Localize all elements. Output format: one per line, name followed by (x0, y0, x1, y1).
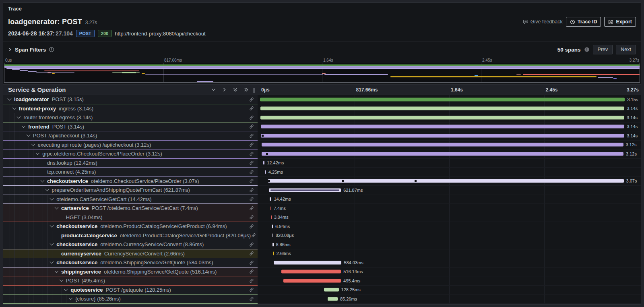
span-bar[interactable] (283, 279, 341, 282)
span-timeline-cell[interactable]: 4.25ms (258, 168, 641, 177)
span-link-icon[interactable] (249, 224, 254, 229)
span-timeline-cell[interactable]: 12.42ms (258, 159, 641, 168)
span-timeline-cell[interactable]: 3.07s (258, 177, 641, 186)
prev-button[interactable]: Prev (593, 45, 613, 54)
span-name-cell[interactable]: frontendPOST (3.14s) (3, 122, 258, 132)
span-link-icon[interactable] (249, 133, 254, 139)
span-bar[interactable] (281, 270, 341, 274)
span-bar[interactable] (260, 97, 625, 101)
span-timeline-cell[interactable]: 621.87ms (258, 186, 641, 195)
span-bar[interactable] (270, 206, 271, 210)
span-timeline-cell[interactable]: 3.15s (258, 95, 641, 104)
span-name-cell[interactable]: tcp.connect (4.25ms) (3, 168, 258, 177)
span-bar[interactable] (263, 161, 265, 165)
expand-all-icon[interactable] (244, 87, 249, 92)
span-bar[interactable] (270, 197, 271, 201)
span-link-icon[interactable] (249, 296, 254, 302)
info-icon[interactable] (49, 47, 54, 52)
span-bar[interactable] (261, 125, 625, 129)
span-name-cell[interactable]: checkoutserviceoteldemo.CheckoutService/… (3, 177, 258, 186)
span-link-icon[interactable] (249, 260, 254, 266)
span-link-icon[interactable] (249, 178, 254, 184)
span-name-cell[interactable]: HGET (3.04ms) (3, 213, 258, 222)
span-link-icon[interactable] (249, 169, 254, 175)
span-name-cell[interactable]: {closure} (85.26ms) (3, 295, 258, 304)
span-name-cell[interactable]: quoteservicePOST /getquote (128.25ms) (3, 286, 258, 295)
span-link-icon[interactable] (249, 124, 254, 129)
span-timeline-cell[interactable]: 128.25ms (258, 286, 641, 295)
span-link-icon[interactable] (249, 115, 254, 120)
span-bar[interactable] (262, 143, 623, 147)
span-name-cell[interactable]: shippingserviceoteldemo.ShippingService/… (3, 268, 258, 277)
span-timeline-cell[interactable]: 3.14s (258, 113, 641, 122)
span-name-cell[interactable]: checkoutserviceoteldemo.ProductCatalogSe… (3, 222, 258, 231)
span-bar[interactable] (324, 288, 339, 292)
span-link-icon[interactable] (249, 106, 254, 111)
span-name-cell[interactable]: currencyserviceCurrencyService/Convert (… (3, 249, 258, 259)
span-timeline-cell[interactable]: 3.14s (258, 104, 641, 114)
span-name-cell[interactable]: cartservicePOST /oteldemo.CartService/Ge… (3, 204, 258, 213)
span-timeline-cell[interactable]: 14.42ms (258, 195, 641, 204)
span-timeline-cell[interactable]: 820.08μs (258, 231, 641, 241)
span-timeline-cell[interactable]: 3.04ms (258, 213, 641, 222)
span-name-cell[interactable]: POST /api/checkout (3.14s) (3, 131, 258, 141)
span-name-cell[interactable]: checkoutserviceoteldemo.ShippingService/… (3, 258, 258, 268)
span-link-icon[interactable] (249, 142, 254, 147)
span-link-icon[interactable] (249, 251, 254, 256)
span-bar[interactable] (273, 252, 274, 255)
span-link-icon[interactable] (249, 242, 254, 247)
span-name-cell[interactable]: executing api route (pages) /api/checkou… (3, 141, 258, 150)
span-link-icon[interactable] (249, 196, 254, 202)
span-timeline-cell[interactable]: 3.12s (258, 141, 641, 150)
span-bar[interactable] (261, 134, 624, 137)
span-name-cell[interactable]: frontend-proxyingress (3.14s) (3, 104, 258, 114)
span-name-cell[interactable]: dns.lookup (12.42ms) (3, 159, 258, 168)
span-bar[interactable] (272, 234, 273, 237)
span-name-cell[interactable]: calculate-quote (16.33ms) (3, 304, 258, 305)
span-filters-toggle[interactable]: Span Filters (8, 47, 54, 53)
export-button[interactable]: Export (604, 17, 636, 27)
span-link-icon[interactable] (249, 269, 254, 274)
span-timeline-cell[interactable]: 2.66ms (258, 249, 641, 259)
span-timeline-cell[interactable]: 85.26ms (258, 295, 641, 304)
span-timeline-cell[interactable]: 6.94ms (258, 222, 641, 231)
span-timeline-cell[interactable]: 3.14s (258, 131, 641, 141)
span-bar[interactable] (262, 152, 623, 156)
span-timeline-cell[interactable]: 8.86ms (258, 240, 641, 249)
span-name-cell[interactable]: grpc.oteldemo.CheckoutService/PlaceOrder… (3, 149, 258, 159)
span-name-cell[interactable]: router frontend egress (3.14s) (3, 113, 258, 122)
span-name-cell[interactable]: POST (495.4ms) (3, 276, 258, 286)
span-link-icon[interactable] (249, 214, 254, 220)
span-link-icon[interactable] (249, 151, 254, 157)
span-bar[interactable] (272, 224, 273, 228)
minimap-viewport[interactable] (4, 63, 640, 83)
span-bar[interactable] (274, 261, 341, 264)
give-feedback-button[interactable]: Give feedback (523, 19, 563, 25)
span-bar[interactable] (269, 188, 341, 192)
span-bar[interactable] (271, 216, 272, 219)
span-bar[interactable] (260, 107, 625, 110)
collapse-all-icon[interactable] (233, 87, 238, 92)
span-bar[interactable] (268, 179, 624, 183)
span-timeline-cell[interactable]: 516.14ms (258, 268, 641, 277)
span-bar[interactable] (328, 297, 338, 301)
span-link-icon[interactable] (251, 232, 256, 238)
span-name-cell[interactable]: oteldemo.CartService/GetCart (14.42ms) (3, 195, 258, 204)
span-timeline-cell[interactable]: 16.33ms (258, 304, 641, 305)
chevron-down-icon[interactable] (8, 97, 12, 101)
info-icon[interactable] (584, 47, 590, 52)
span-timeline-cell[interactable]: 584.03ms (258, 258, 641, 268)
expand-one-icon[interactable] (222, 87, 227, 92)
span-bar[interactable] (265, 170, 266, 174)
collapse-one-icon[interactable] (211, 87, 216, 92)
span-link-icon[interactable] (249, 187, 254, 193)
span-link-icon[interactable] (249, 278, 254, 284)
span-link-icon[interactable] (249, 160, 254, 166)
span-name-cell[interactable]: productcatalogserviceoteldemo.ProductCat… (3, 231, 258, 241)
span-link-icon[interactable] (249, 287, 254, 292)
trace-id-button[interactable]: Trace ID (566, 17, 601, 27)
span-timeline-cell[interactable]: 3.14s (258, 122, 641, 132)
span-timeline-cell[interactable]: 7.4ms (258, 204, 641, 213)
span-link-icon[interactable] (249, 97, 254, 102)
next-button[interactable]: Next (616, 45, 636, 54)
